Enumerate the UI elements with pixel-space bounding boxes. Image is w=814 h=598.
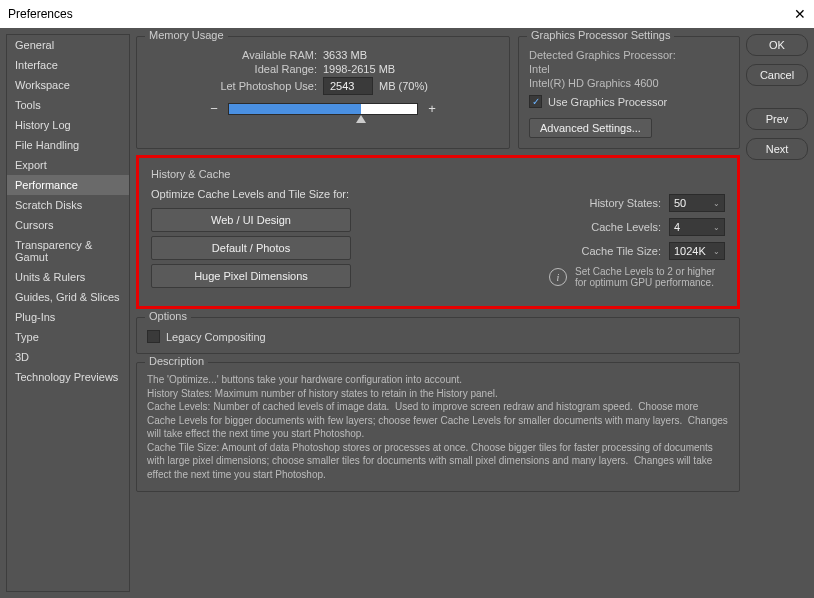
cancel-button[interactable]: Cancel [746,64,808,86]
graphics-group: Graphics Processor Settings Detected Gra… [518,36,740,149]
graphics-legend: Graphics Processor Settings [527,29,674,41]
slider-fill [229,104,361,114]
cache-levels-label: Cache Levels: [591,221,661,233]
optimize-label: Optimize Cache Levels and Tile Size for: [151,188,391,200]
description-group: Description The 'Optimize...' buttons ta… [136,362,740,492]
next-button[interactable]: Next [746,138,808,160]
sidebar-item-performance[interactable]: Performance [7,175,129,195]
slider-thumb[interactable] [356,115,366,123]
history-cache-group: History & Cache Optimize Cache Levels an… [139,158,737,306]
cache-info-text: Set Cache Levels to 2 or higher for opti… [575,266,725,288]
memory-legend: Memory Usage [145,29,228,41]
description-legend: Description [145,355,208,367]
memory-slider[interactable] [228,103,418,115]
minus-icon[interactable]: − [208,101,220,116]
options-group: Options ✓ Legacy Compositing [136,317,740,354]
sidebar-item-scratch-disks[interactable]: Scratch Disks [7,195,129,215]
sidebar-item-workspace[interactable]: Workspace [7,75,129,95]
titlebar: Preferences ✕ [0,0,814,28]
description-text: The 'Optimize...' buttons take your hard… [147,373,729,481]
sidebar-item-3d[interactable]: 3D [7,347,129,367]
cache-levels-select[interactable]: 4 ⌄ [669,218,725,236]
plus-icon[interactable]: + [426,101,438,116]
sidebar-item-interface[interactable]: Interface [7,55,129,75]
ok-button[interactable]: OK [746,34,808,56]
gp-vendor: Intel [529,63,729,75]
chevron-down-icon: ⌄ [713,223,720,232]
main-panel: Memory Usage Available RAM: 3633 MB Idea… [136,34,740,592]
huge-pixel-button[interactable]: Huge Pixel Dimensions [151,264,351,288]
history-states-value: 50 [674,197,686,209]
cache-levels-value: 4 [674,221,680,233]
sidebar-item-guides-grid-slices[interactable]: Guides, Grid & Slices [7,287,129,307]
cache-tile-size-label: Cache Tile Size: [582,245,661,257]
detected-label: Detected Graphics Processor: [529,49,729,61]
close-icon[interactable]: ✕ [794,6,806,22]
use-gp-label: Use Graphics Processor [548,96,667,108]
sidebar-item-general[interactable]: General [7,35,129,55]
cache-tile-size-select[interactable]: 1024K ⌄ [669,242,725,260]
web-ui-design-button[interactable]: Web / UI Design [151,208,351,232]
chevron-down-icon: ⌄ [713,247,720,256]
use-gp-checkbox[interactable]: ✓ [529,95,542,108]
info-icon: i [549,268,567,286]
sidebar-item-type[interactable]: Type [7,327,129,347]
sidebar-item-transparency-gamut[interactable]: Transparency & Gamut [7,235,129,267]
chevron-down-icon: ⌄ [713,199,720,208]
sidebar-item-file-handling[interactable]: File Handling [7,135,129,155]
window-title: Preferences [8,7,73,21]
history-highlight: History & Cache Optimize Cache Levels an… [136,155,740,309]
sidebar-item-export[interactable]: Export [7,155,129,175]
options-legend: Options [145,310,191,322]
ideal-range-label: Ideal Range: [147,63,317,75]
history-states-label: History States: [589,197,661,209]
available-ram-label: Available RAM: [147,49,317,61]
sidebar-item-plug-ins[interactable]: Plug-Ins [7,307,129,327]
dialog-body: GeneralInterfaceWorkspaceToolsHistory Lo… [0,28,814,598]
memory-usage-group: Memory Usage Available RAM: 3633 MB Idea… [136,36,510,149]
legacy-compositing-label: Legacy Compositing [166,331,266,343]
default-photos-button[interactable]: Default / Photos [151,236,351,260]
prev-button[interactable]: Prev [746,108,808,130]
sidebar-item-cursors[interactable]: Cursors [7,215,129,235]
cache-tile-size-value: 1024K [674,245,706,257]
ideal-range-value: 1998-2615 MB [323,63,395,75]
legacy-compositing-checkbox[interactable]: ✓ [147,330,160,343]
sidebar: GeneralInterfaceWorkspaceToolsHistory Lo… [6,34,130,592]
let-use-input[interactable] [323,77,373,95]
history-legend: History & Cache [151,168,725,180]
gp-model: Intel(R) HD Graphics 4600 [529,77,729,89]
history-states-select[interactable]: 50 ⌄ [669,194,725,212]
sidebar-item-history-log[interactable]: History Log [7,115,129,135]
available-ram-value: 3633 MB [323,49,367,61]
let-use-label: Let Photoshop Use: [147,80,317,92]
sidebar-item-technology-previews[interactable]: Technology Previews [7,367,129,387]
dialog-buttons: OK Cancel Prev Next [746,34,808,592]
let-use-unit: MB (70%) [379,80,428,92]
sidebar-item-tools[interactable]: Tools [7,95,129,115]
advanced-settings-button[interactable]: Advanced Settings... [529,118,652,138]
sidebar-item-units-rulers[interactable]: Units & Rulers [7,267,129,287]
